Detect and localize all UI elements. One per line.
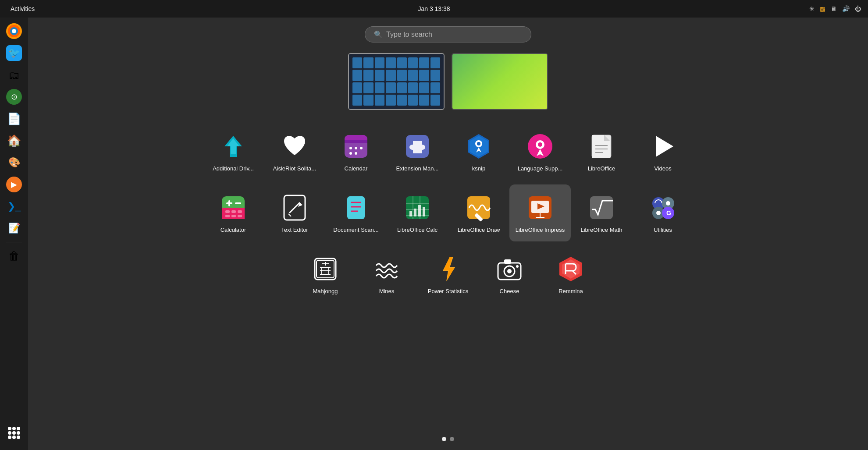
svg-marker-6 [227, 138, 239, 154]
extensions-icon[interactable]: ✳ [809, 5, 815, 12]
svg-marker-86 [444, 257, 454, 280]
app-label-libreoffice-math: LibreOffice Math [580, 227, 622, 234]
workspace-thumbnails [348, 53, 548, 110]
svg-rect-40 [225, 215, 230, 217]
svg-rect-90 [504, 259, 511, 264]
svg-text:G: G [666, 209, 671, 216]
app-libreoffice[interactable]: LibreOffice [571, 123, 632, 180]
app-label-calculator: Calculator [221, 227, 246, 234]
app-label-mines: Mines [379, 288, 395, 295]
dock-item-files[interactable]: 🗂 [4, 65, 24, 85]
app-libreoffice-draw[interactable]: LibreOffice Draw [448, 184, 509, 241]
svg-rect-68 [590, 196, 613, 219]
svg-point-3 [12, 29, 16, 33]
app-aisleriot[interactable]: AisleRiot Solita... [264, 123, 325, 180]
app-label-libreoffice: LibreOffice [588, 165, 615, 173]
svg-point-15 [355, 152, 357, 155]
app-remmina[interactable]: Remmina [540, 246, 601, 303]
svg-rect-10 [345, 140, 367, 143]
search-bar[interactable]: 🔍 [365, 26, 531, 43]
app-extension-manager[interactable]: Extension Man... [387, 123, 448, 180]
app-label-cheese: Cheese [500, 288, 519, 295]
app-ksnip[interactable]: ksnip [448, 123, 509, 180]
svg-point-13 [360, 147, 363, 149]
svg-rect-38 [231, 210, 236, 213]
app-calendar[interactable]: Calendar [325, 123, 387, 180]
topbar-right-icons: ✳ ▩ 🖥 🔊 ⏻ [809, 5, 861, 12]
svg-rect-39 [238, 210, 242, 213]
app-libreoffice-calc[interactable]: LibreOffice Calc [387, 184, 448, 241]
app-libreoffice-impress[interactable]: LibreOffice Impress [509, 184, 571, 241]
svg-point-89 [507, 269, 512, 273]
topbar: Activities Jan 3 13:38 ✳ ▩ 🖥 🔊 ⏻ [0, 0, 868, 18]
svg-rect-47 [347, 196, 365, 219]
svg-rect-36 [235, 202, 241, 204]
app-mahjongg[interactable]: Mahjongg [295, 246, 356, 303]
dock-item-penpot[interactable]: 🎨 [4, 152, 24, 173]
dock-item-firefox[interactable] [4, 21, 24, 41]
app-calculator[interactable]: Calculator [203, 184, 264, 241]
app-label-extension-manager: Extension Man... [396, 165, 439, 173]
svg-marker-30 [656, 136, 673, 157]
dock-item-notesnook[interactable]: 📝 [4, 218, 24, 238]
screen-icon[interactable]: 🖥 [831, 5, 837, 12]
svg-rect-58 [414, 209, 416, 216]
power-icon[interactable]: ⏻ [855, 5, 861, 12]
app-label-aisleriot: AisleRiot Solita... [273, 165, 316, 173]
app-row-3: Mahjongg Mines [203, 246, 694, 303]
svg-point-91 [516, 265, 519, 268]
svg-point-12 [355, 147, 357, 149]
app-text-editor[interactable]: Text Editor [264, 184, 325, 241]
app-mines[interactable]: Mines [356, 246, 417, 303]
app-label-libreoffice-draw: LibreOffice Draw [458, 227, 500, 234]
workspace-thumb-2[interactable] [452, 53, 548, 110]
app-label-libreoffice-calc: LibreOffice Calc [397, 227, 438, 234]
svg-rect-57 [409, 211, 412, 216]
app-row-2: Calculator Text Editor [203, 184, 694, 241]
app-label-text-editor: Text Editor [281, 227, 308, 234]
main-area: 🔍 [28, 18, 868, 450]
app-videos[interactable]: Videos [632, 123, 694, 180]
dock-item-crunchyroll[interactable]: ▶ [4, 174, 24, 195]
page-dot-2[interactable] [450, 437, 454, 441]
dock-item-document[interactable]: 📄 [4, 109, 24, 129]
svg-point-14 [349, 152, 352, 155]
app-language-support[interactable]: Language Supp... [509, 123, 571, 180]
show-apps-button[interactable] [4, 423, 24, 443]
svg-rect-33 [222, 217, 245, 219]
app-cheese[interactable]: Cheese [479, 246, 540, 303]
page-dots [442, 437, 454, 441]
color-icon[interactable]: ▩ [820, 5, 825, 12]
svg-line-44 [289, 202, 300, 213]
app-power-statistics[interactable]: Power Statistics [417, 246, 479, 303]
app-label-language-support: Language Supp... [518, 165, 563, 173]
svg-point-11 [349, 147, 352, 149]
svg-rect-76 [315, 259, 336, 280]
svg-rect-42 [238, 215, 242, 217]
svg-point-20 [477, 142, 480, 145]
svg-point-73 [656, 211, 661, 215]
page-dot-1[interactable] [442, 437, 446, 441]
svg-rect-35 [228, 200, 230, 206]
app-libreoffice-math[interactable]: LibreOffice Math [571, 184, 632, 241]
dock-item-gitkraken[interactable]: ⊙ [4, 87, 24, 107]
app-label-ksnip: ksnip [472, 165, 485, 173]
dock-item-vscode[interactable]: ❯_ [4, 196, 24, 216]
app-label-mahjongg: Mahjongg [313, 288, 338, 295]
dock-separator [6, 242, 22, 242]
svg-rect-37 [225, 210, 230, 213]
activities-button[interactable]: Activities [7, 4, 38, 14]
app-utilities[interactable]: G Utilities [632, 184, 694, 241]
dock-item-trash[interactable]: 🗑 [4, 246, 24, 266]
dock-item-homeassistant[interactable]: 🏠 [4, 131, 24, 151]
volume-icon[interactable]: 🔊 [842, 5, 850, 12]
dock-item-tweetdeck[interactable]: 🐦 [4, 43, 24, 63]
svg-rect-59 [418, 205, 421, 216]
app-label-additional-drivers: Additional Driv... [213, 165, 254, 173]
app-additional-drivers[interactable]: Additional Driv... [203, 123, 264, 180]
workspace-thumb-1[interactable] [348, 53, 445, 110]
app-document-scanner[interactable]: Document Scan... [325, 184, 387, 241]
svg-rect-60 [423, 207, 425, 216]
search-input[interactable] [386, 31, 522, 39]
svg-line-46 [288, 214, 291, 216]
